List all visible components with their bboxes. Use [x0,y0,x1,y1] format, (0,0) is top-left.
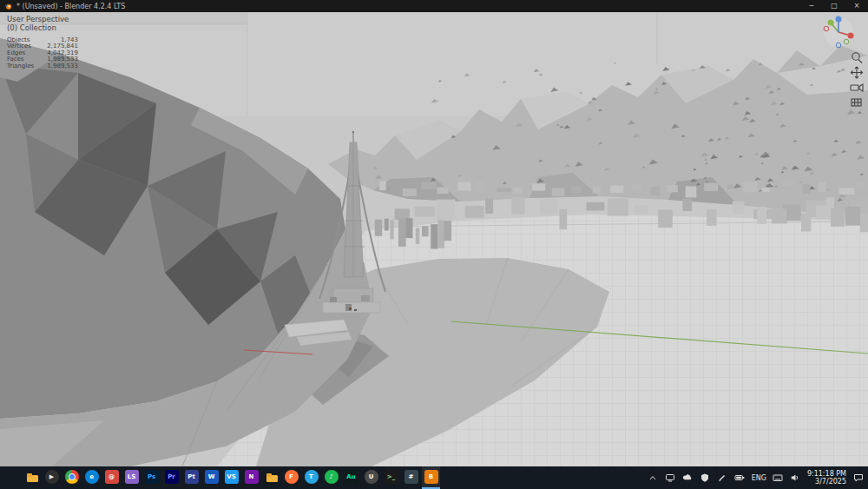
language-indicator[interactable]: ENG [752,474,766,482]
taskbar-app-word[interactable]: W [202,466,220,489]
viewport-perspective-label: User Perspective [7,15,69,23]
window-controls: ─ □ × [800,0,868,12]
taskbar-app-telegram[interactable]: T [302,466,320,489]
file-explorer-icon [25,470,39,484]
taskbar-app-file-explorer[interactable] [23,466,41,489]
premiere-icon: Pr [165,470,179,484]
taskbar-tray: ENG 9:11:18 PM 3/7/2025 [648,470,865,486]
taskbar-clock[interactable]: 9:11:18 PM 3/7/2025 [807,470,846,486]
onenote-icon: N [245,470,259,484]
mail-icon: @ [105,470,119,484]
taskbar-apps: ▶e@LSPsPrPtWVSNFT♪AuU>_#B [3,466,440,489]
taskbar-app-onenote[interactable]: N [242,466,260,489]
taskbar-app-grid-app[interactable]: # [402,466,420,489]
pen-tray-icon[interactable] [717,472,728,484]
onedrive-tray-icon[interactable] [682,472,694,484]
taskbar-app-premiere[interactable]: Pr [162,466,181,489]
taskbar-app-audition[interactable]: Au [342,466,360,489]
taskbar: ▶e@LSPsPrPtWVSNFT♪AuU>_#B ENG 9:11:18 PM… [0,466,868,489]
3d-viewport[interactable]: User Perspective (0) Collection Objects1… [0,12,868,466]
chrome-icon [65,470,79,484]
maximize-button[interactable]: □ [823,0,845,12]
blender-window: * (Unsaved) - Blender 4.2.4 LTS ─ □ × [0,0,868,489]
taskbar-app-folder[interactable] [262,466,280,489]
clock-date: 3/7/2025 [807,478,846,486]
spotify-icon: ♪ [325,470,339,484]
taskbar-app-media-player[interactable]: ▶ [43,466,61,489]
terminal-icon: >_ [385,470,398,484]
viewport-scene [0,12,868,466]
taskbar-app-blender[interactable]: B [422,466,440,489]
clock-time: 9:11:18 PM [807,470,846,479]
taskbar-app-start[interactable] [3,466,21,489]
folder-icon [265,470,279,484]
taskbar-app-spotify[interactable]: ♪ [322,466,340,489]
grid-app-icon: # [404,470,418,484]
hidden-icons-button[interactable] [648,472,659,484]
telegram-icon: T [305,470,319,484]
firefox-icon: F [285,470,299,484]
close-button[interactable]: × [845,0,868,12]
taskbar-app-photoshop[interactable]: Ps [142,466,161,489]
start-icon [5,470,19,484]
word-icon: W [205,470,219,484]
taskbar-app-firefox[interactable]: F [282,466,300,489]
blender-icon: B [424,470,438,484]
taskbar-app-pt-app[interactable]: Pt [182,466,201,489]
media-player-icon: ▶ [45,470,59,484]
notification-center-icon[interactable] [852,472,864,484]
photoshop-icon: Ps [145,470,159,484]
stat-triangles: Triangles1,989,533 [7,63,78,69]
scene-statistics: Objects1,743Vertices2,175,841Edges4,042,… [7,37,78,69]
taskbar-app-chrome[interactable] [62,466,81,489]
touch-keyboard-icon[interactable] [773,472,784,484]
taskbar-app-edge[interactable]: e [82,466,101,489]
edge-icon: e [85,470,99,484]
lightshot-icon: LS [125,470,139,484]
minimize-button[interactable]: ─ [800,0,823,12]
battery-icon[interactable] [734,472,746,484]
display-tray-icon[interactable] [665,472,676,484]
vscode-icon: VS [225,470,239,484]
taskbar-app-vscode[interactable]: VS [222,466,240,489]
audition-icon: Au [345,470,358,484]
window-title: * (Unsaved) - Blender 4.2.4 LTS [16,3,125,10]
unity-icon: U [365,470,378,484]
taskbar-app-mail[interactable]: @ [102,466,121,489]
window-titlebar[interactable]: * (Unsaved) - Blender 4.2.4 LTS ─ □ × [0,0,868,12]
taskbar-app-unity[interactable]: U [362,466,380,489]
blender-logo-icon [4,3,12,10]
taskbar-app-terminal[interactable]: >_ [382,466,400,489]
defender-shield-icon[interactable] [700,472,711,484]
taskbar-app-lightshot[interactable]: LS [122,466,141,489]
speaker-icon[interactable] [790,472,801,484]
pt-app-icon: Pt [185,470,199,484]
viewport-collection-label: (0) Collection [7,23,56,32]
